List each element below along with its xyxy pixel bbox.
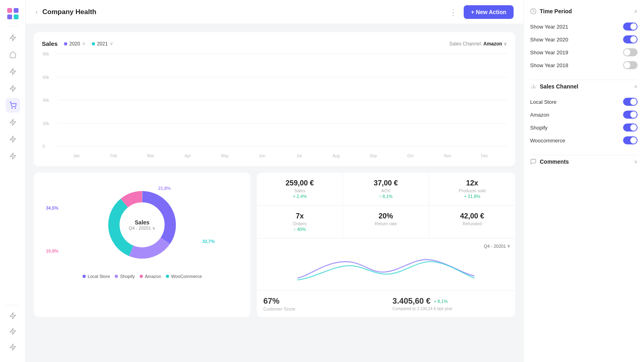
- svg-rect-1: [14, 8, 19, 13]
- time-period-chevron[interactable]: ∧: [634, 8, 638, 14]
- chart-header: Sales 2020 ∨ 2021 ∨ Sales Channel: Amazo…: [42, 40, 507, 47]
- new-action-button[interactable]: + New Action: [464, 5, 514, 19]
- mini-line-chart: [262, 252, 510, 284]
- sales-channel-chevron[interactable]: ∧: [634, 84, 638, 89]
- legend-2021[interactable]: 2021 ∨: [92, 41, 113, 47]
- comment-icon: [530, 158, 537, 165]
- donut-label-localstore: 34,5%: [46, 206, 58, 210]
- toggle-year-2020: Show Year 2020: [530, 33, 638, 46]
- donut-label-amazon: 10,9%: [46, 249, 58, 253]
- toggle-2021[interactable]: [623, 23, 638, 31]
- stat-aov: 37,00 € AOV ↑ 8,1%: [343, 173, 429, 205]
- toggle-shopify-switch[interactable]: [623, 123, 638, 132]
- comments-chevron[interactable]: ∨: [634, 159, 638, 165]
- svg-marker-4: [10, 35, 16, 41]
- x-labels: JanFebMarAprMayJunJulAugSepOctNovDec: [58, 154, 503, 158]
- svg-marker-9: [10, 119, 16, 125]
- svg-point-8: [15, 108, 16, 109]
- sidebar-item-b1[interactable]: [6, 309, 20, 323]
- x-label-apr: Apr: [169, 154, 206, 158]
- legend-local-store: Local Store: [83, 274, 110, 279]
- x-label-jul: Jul: [281, 154, 318, 158]
- toggle-local-store-switch[interactable]: [623, 98, 638, 106]
- toggle-2019[interactable]: [623, 48, 638, 56]
- sidebar-divider-bottom: [6, 305, 19, 305]
- donut-chart-card: Sales Q4 - 20201 ∨ 34,5% 21,8% 32,7% 10,…: [34, 173, 250, 317]
- x-label-mar: Mar: [132, 154, 169, 158]
- svg-marker-13: [10, 329, 16, 335]
- legend-shopify: Shopify: [115, 274, 135, 279]
- chart-title: Sales: [42, 40, 58, 47]
- header: ‹ Company Health ⋮ + New Action: [26, 0, 523, 24]
- x-label-nov: Nov: [429, 154, 466, 158]
- comments-title: Comments: [530, 158, 569, 165]
- panel-divider-1: [530, 80, 638, 80]
- x-label-oct: Oct: [392, 154, 429, 158]
- svg-rect-3: [14, 14, 19, 19]
- sales-channel-value: Amazon: [483, 41, 502, 47]
- stat-sales: 259,00 € Sales + 2,4%: [257, 173, 343, 205]
- bottom-stats: 67% Customer Score 3.405,60 € + 8,1% Com…: [257, 290, 515, 317]
- x-label-dec: Dec: [466, 154, 503, 158]
- sidebar-item-b2[interactable]: [6, 324, 20, 339]
- sales-channel-section: Sales Channel ∧ Local Store Amazon Shopi…: [530, 83, 638, 147]
- toggle-2020[interactable]: [623, 35, 638, 43]
- logo[interactable]: [6, 6, 20, 23]
- comments-header: Comments ∨: [530, 158, 638, 165]
- sales-channel-header: Sales Channel ∧: [530, 83, 638, 90]
- back-button[interactable]: ‹: [35, 8, 37, 16]
- toggle-year-2018: Show Year 2018: [530, 59, 638, 72]
- donut-center-title: Sales: [129, 219, 155, 226]
- toggle-2018[interactable]: [623, 61, 638, 69]
- legend-2020[interactable]: 2020 ∨: [64, 41, 85, 47]
- stat-orders: 7x Orders ↑ 40%: [257, 206, 343, 238]
- sales-channel-title: Sales Channel: [530, 83, 578, 90]
- legend-amazon: Amazon: [140, 274, 161, 279]
- svg-marker-11: [10, 153, 16, 159]
- toggle-amazon-switch[interactable]: [623, 111, 638, 119]
- sales-channel-filter[interactable]: Sales Channel: Amazon ∨: [449, 41, 507, 47]
- mini-chart-header: Q4 - 20201 ∨: [262, 243, 510, 249]
- toggle-woocommerce-switch[interactable]: [623, 136, 638, 144]
- dashboard: Sales 2020 ∨ 2021 ∨ Sales Channel: Amazo…: [26, 24, 523, 362]
- sidebar-item-b3[interactable]: [6, 340, 20, 354]
- right-panel: Time Period ∧ Show Year 2021 Show Year 2…: [523, 0, 644, 362]
- sidebar-item-lightning3[interactable]: [6, 115, 20, 130]
- svg-point-7: [12, 108, 12, 109]
- more-options-button[interactable]: ⋮: [449, 7, 457, 17]
- donut-container: Sales Q4 - 20201 ∨ 34,5% 21,8% 32,7% 10,…: [42, 181, 242, 269]
- x-label-may: May: [206, 154, 244, 158]
- svg-rect-2: [7, 14, 12, 19]
- toggle-year-2021: Show Year 2021: [530, 20, 638, 33]
- sidebar-item-lightning1[interactable]: [6, 64, 20, 79]
- stat-refunded: 42,00 € Refunded: [429, 206, 515, 238]
- sidebar-item-lightning2[interactable]: [6, 81, 20, 96]
- time-period-header: Time Period ∧: [530, 8, 638, 14]
- stats-top-grid: 259,00 € Sales + 2,4% 37,00 € AOV ↑ 8,1%…: [257, 173, 515, 206]
- page-title: Company Health: [42, 8, 449, 16]
- clock-icon: [530, 8, 537, 14]
- time-period-section: Time Period ∧ Show Year 2021 Show Year 2…: [530, 8, 638, 72]
- x-label-aug: Aug: [318, 154, 355, 158]
- toggle-woocommerce: Woocommerce: [530, 134, 638, 147]
- sidebar-item-dashboard[interactable]: [6, 31, 20, 45]
- legend-dot-purple: [64, 42, 67, 45]
- sidebar-item-home[interactable]: [6, 47, 20, 62]
- donut-label-shopify: 21,8%: [158, 186, 171, 191]
- x-label-sep: Sep: [355, 154, 392, 158]
- comments-section: Comments ∨: [530, 158, 638, 165]
- toggle-local-store: Local Store: [530, 95, 638, 108]
- donut-center: Sales Q4 - 20201 ∨: [129, 219, 155, 231]
- sidebar-divider-top: [6, 26, 19, 26]
- time-period-title: Time Period: [530, 8, 572, 14]
- sidebar-item-lightning5[interactable]: [6, 149, 20, 163]
- sidebar-item-lightning4[interactable]: [6, 132, 20, 146]
- stat-revenue: 3.405,60 € + 8,1% Compared to 3.100,14 €…: [386, 291, 515, 317]
- sales-chart-card: Sales 2020 ∨ 2021 ∨ Sales Channel: Amazo…: [34, 32, 515, 166]
- sidebar-item-cart[interactable]: [6, 98, 20, 113]
- bottom-row: Sales Q4 - 20201 ∨ 34,5% 21,8% 32,7% 10,…: [34, 173, 515, 317]
- mini-period-selector[interactable]: Q4 - 20201 ∨: [484, 243, 510, 249]
- donut-center-period[interactable]: Q4 - 20201 ∨: [129, 226, 155, 231]
- svg-marker-10: [10, 136, 16, 142]
- main-content: ‹ Company Health ⋮ + New Action Sales 20…: [26, 0, 523, 362]
